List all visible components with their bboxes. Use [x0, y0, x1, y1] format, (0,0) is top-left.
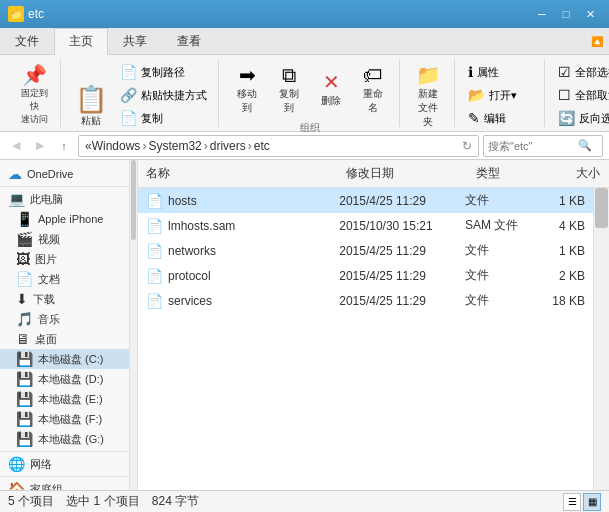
col-date[interactable]: 修改日期	[338, 162, 468, 185]
col-type[interactable]: 类型	[468, 162, 548, 185]
sidebar-item-drive-e[interactable]: 💾 本地磁盘 (E:)	[0, 389, 129, 409]
file-date-cell: 2015/4/25 11:29	[331, 266, 457, 286]
file-icon: 📄	[146, 243, 163, 259]
table-row[interactable]: 📄 lmhosts.sam 2015/10/30 15:21 SAM 文件 4 …	[138, 213, 593, 238]
ribbon-collapse-btn[interactable]: 🔼	[591, 28, 609, 54]
ribbon-content: 📌 固定到快速访问 📋 粘贴 📄 复制路径	[0, 55, 609, 131]
select-none-button[interactable]: ☐ 全部取消	[553, 84, 609, 106]
rename-button[interactable]: 🏷 重命名	[353, 61, 393, 119]
minimize-button[interactable]: ─	[531, 4, 553, 24]
group-clipboard: 📋 粘贴 📄 复制路径 🔗 粘贴快捷方式 📄	[63, 59, 219, 127]
sidebar-item-pictures[interactable]: 🖼 图片	[0, 249, 129, 269]
file-size-cell: 4 KB	[535, 216, 593, 236]
open-button[interactable]: 📂 打开▾	[463, 84, 538, 106]
onedrive-icon: ☁	[8, 166, 22, 182]
sidebar-item-drive-d[interactable]: 💾 本地磁盘 (D:)	[0, 369, 129, 389]
table-row[interactable]: 📄 hosts 2015/4/25 11:29 文件 1 KB	[138, 188, 593, 213]
invert-select-button[interactable]: 🔄 反向选择	[553, 107, 609, 129]
forward-button[interactable]: ▶	[30, 136, 50, 156]
drive-f-label: 本地磁盘 (F:)	[38, 412, 102, 427]
file-list-scrollbar[interactable]	[593, 188, 609, 490]
tab-view[interactable]: 查看	[162, 28, 216, 54]
tab-share[interactable]: 共享	[108, 28, 162, 54]
file-size-cell: 1 KB	[535, 191, 593, 211]
col-name[interactable]: 名称	[138, 162, 338, 185]
select-none-icon: ☐	[558, 87, 571, 103]
sidebar-item-desktop[interactable]: 🖥 桌面	[0, 329, 129, 349]
back-button[interactable]: ◀	[6, 136, 26, 156]
sidebar-item-drive-f[interactable]: 💾 本地磁盘 (F:)	[0, 409, 129, 429]
status-total: 5 个项目 选中 1 个项目 824 字节	[8, 493, 199, 510]
group-select-inner: ☑ 全部选择 ☐ 全部取消 🔄 反向选择	[553, 61, 609, 129]
drive-e-icon: 💾	[16, 391, 33, 407]
view-buttons: ☰ ▦	[563, 493, 601, 511]
copy-button[interactable]: 📄 复制	[115, 107, 212, 129]
file-date-cell: 2015/4/25 11:29	[331, 191, 457, 211]
tab-file[interactable]: 文件	[0, 28, 54, 54]
drive-g-label: 本地磁盘 (G:)	[38, 432, 104, 447]
file-icon: 📄	[146, 293, 163, 309]
documents-label: 文档	[38, 272, 60, 287]
file-list-area: 📄 hosts 2015/4/25 11:29 文件 1 KB 📄 lmhost…	[138, 188, 609, 490]
copy-to-button[interactable]: ⧉ 复制到	[269, 61, 309, 119]
file-type-cell: 文件	[457, 189, 535, 212]
search-box[interactable]: 🔍	[483, 135, 603, 157]
sidebar-item-drive-g[interactable]: 💾 本地磁盘 (G:)	[0, 429, 129, 449]
rename-icon: 🏷	[363, 65, 383, 85]
table-row[interactable]: 📄 protocol 2015/4/25 11:29 文件 2 KB	[138, 263, 593, 288]
sidebar-item-network[interactable]: 🌐 网络	[0, 454, 129, 474]
properties-button[interactable]: ℹ 属性	[463, 61, 538, 83]
sidebar-item-videos[interactable]: 🎬 视频	[0, 229, 129, 249]
title-bar: 📁 etc ─ □ ✕	[0, 0, 609, 28]
sidebar-item-homegroup[interactable]: 🏠 家庭组	[0, 479, 129, 490]
file-name-cell: 📄 hosts	[138, 190, 331, 212]
move-to-button[interactable]: ➡ 移动到	[227, 61, 267, 119]
pin-button[interactable]: 📌 固定到快速访问	[14, 61, 54, 130]
drive-e-label: 本地磁盘 (E:)	[38, 392, 103, 407]
copy-path-icon: 📄	[120, 64, 137, 80]
pin-icon: 📌	[22, 65, 47, 85]
iphone-icon: 📱	[16, 211, 33, 227]
sidebar-item-music[interactable]: 🎵 音乐	[0, 309, 129, 329]
edit-button[interactable]: ✎ 编辑	[463, 107, 538, 129]
pictures-icon: 🖼	[16, 251, 30, 267]
file-type-cell: 文件	[457, 264, 535, 287]
sidebar-item-onedrive[interactable]: ☁ OneDrive	[0, 164, 129, 184]
search-input[interactable]	[488, 140, 578, 152]
file-size-cell: 2 KB	[535, 266, 593, 286]
file-header: 名称 修改日期 类型 大小	[138, 160, 609, 188]
file-type-cell: 文件	[457, 289, 535, 312]
up-button[interactable]: ↑	[54, 136, 74, 156]
paste-shortcut-button[interactable]: 🔗 粘贴快捷方式	[115, 84, 212, 106]
search-icon[interactable]: 🔍	[578, 139, 592, 152]
copy-path-button[interactable]: 📄 复制路径	[115, 61, 212, 83]
select-col: ☑ 全部选择 ☐ 全部取消 🔄 反向选择	[553, 61, 609, 129]
maximize-button[interactable]: □	[555, 4, 577, 24]
tab-home[interactable]: 主页	[54, 28, 108, 55]
col-size[interactable]: 大小	[548, 162, 608, 185]
file-area: 名称 修改日期 类型 大小 📄 hosts 2015/4/25 11:29 文件…	[138, 160, 609, 490]
close-button[interactable]: ✕	[579, 4, 601, 24]
paste-button[interactable]: 📋 粘贴	[69, 82, 113, 132]
file-type-cell: 文件	[457, 239, 535, 262]
delete-button[interactable]: ✕ 删除	[311, 68, 351, 112]
sidebar-scrollbar[interactable]	[130, 160, 138, 490]
ribbon: 文件 主页 共享 查看 🔼 📌 固定到快速访问 📋 粘贴	[0, 28, 609, 132]
list-view-button[interactable]: ☰	[563, 493, 581, 511]
table-row[interactable]: 📄 networks 2015/4/25 11:29 文件 1 KB	[138, 238, 593, 263]
paste-shortcut-icon: 🔗	[120, 87, 137, 103]
table-row[interactable]: 📄 services 2015/4/25 11:29 文件 18 KB	[138, 288, 593, 313]
paste-icon: 📋	[75, 86, 107, 112]
address-path[interactable]: « Windows › System32 › drivers › etc ↻	[78, 135, 479, 157]
sidebar-item-drive-c[interactable]: 💾 本地磁盘 (C:)	[0, 349, 129, 369]
sidebar-item-thispc[interactable]: 💻 此电脑	[0, 189, 129, 209]
file-icon: 📄	[146, 218, 163, 234]
edit-icon: ✎	[468, 110, 480, 126]
sidebar-item-downloads[interactable]: ⬇ 下载	[0, 289, 129, 309]
new-folder-button[interactable]: 📁 新建文件夹	[408, 61, 448, 133]
select-all-button[interactable]: ☑ 全部选择	[553, 61, 609, 83]
details-view-button[interactable]: ▦	[583, 493, 601, 511]
sidebar-item-iphone[interactable]: 📱 Apple iPhone	[0, 209, 129, 229]
downloads-label: 下载	[33, 292, 55, 307]
sidebar-item-documents[interactable]: 📄 文档	[0, 269, 129, 289]
